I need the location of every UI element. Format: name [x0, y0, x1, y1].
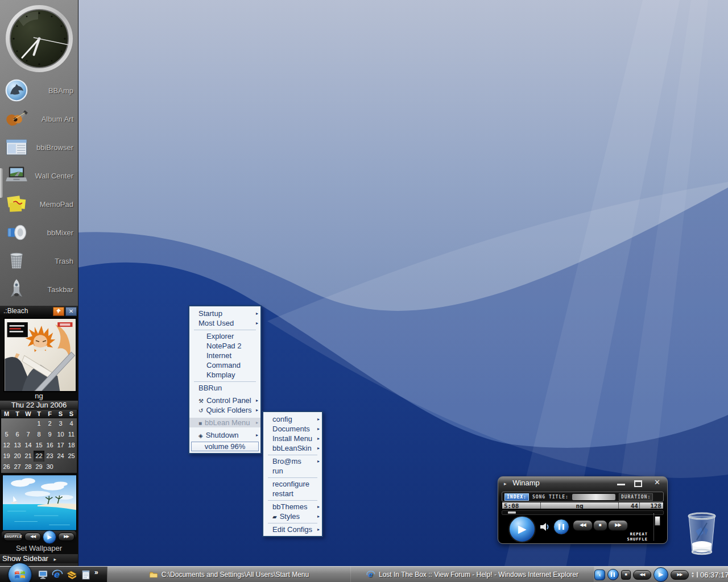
previous-button[interactable]: ◀◀ — [24, 533, 41, 541]
submenu-item-reconfigure[interactable]: reconfigure — [263, 479, 322, 489]
calendar-day[interactable]: 19 — [1, 451, 12, 462]
tray-back-chevron-button[interactable]: ‹ — [594, 569, 605, 580]
menu-item-startup[interactable]: Startup▸ — [189, 309, 260, 318]
submenu-item-config[interactable]: config▸ — [263, 414, 322, 424]
close-button[interactable]: ✕ — [654, 478, 660, 487]
calendar-day[interactable]: 10 — [55, 429, 66, 440]
pause-button[interactable] — [553, 519, 569, 535]
menu-item-internet[interactable]: Internet — [189, 351, 260, 360]
submenu-item-edit-configs[interactable]: Edit Configs▸ — [263, 525, 322, 534]
calendar-day[interactable]: 21 — [23, 451, 34, 462]
calendar-day[interactable]: 2 — [44, 418, 55, 429]
tray-previous-button[interactable]: ◀◀ — [633, 570, 651, 580]
calendar-day[interactable]: 8 — [34, 429, 44, 440]
submenu-item-bro-ms[interactable]: Bro@ms▸ — [263, 456, 322, 466]
calendar-day[interactable]: 26 — [1, 462, 12, 472]
submenu-item-bbleanskin[interactable]: bbLeanSkin▸ — [263, 443, 322, 453]
calendar-day[interactable]: 27 — [12, 462, 23, 472]
calendar-day[interactable]: 25 — [66, 451, 77, 462]
dock-item-trash[interactable]: Trash — [0, 247, 78, 275]
volume-handle[interactable] — [655, 516, 660, 526]
calendar-day[interactable]: 9 — [44, 429, 55, 440]
tray-play-button[interactable]: ▶ — [653, 567, 668, 582]
menu-item-bblean-menu[interactable]: ■bbLean Menu▸ — [189, 418, 260, 427]
menu-item-quick-folders[interactable]: ↺Quick Folders▸ — [189, 405, 260, 415]
calendar-day[interactable]: 18 — [66, 440, 77, 451]
calendar-day[interactable]: 20 — [12, 451, 23, 462]
taskbar-task-c-documents-and-s[interactable]: C:\Documents and Settings\All Users\Star… — [107, 567, 351, 582]
tray-restore-icon[interactable] — [697, 572, 698, 577]
shuffle-toggle[interactable]: SHUFFLE — [627, 537, 648, 542]
menu-item-kbmplay[interactable]: Kbmplay — [189, 370, 260, 380]
widget-titlebar[interactable]: .:Bleach ✕ — [0, 306, 78, 316]
submenu-item-bbthemes[interactable]: bbThemes▸ — [263, 502, 322, 512]
calendar-day[interactable]: 16 — [44, 440, 55, 451]
calendar-day[interactable]: 11 — [66, 429, 77, 440]
menu-item-control-panel[interactable]: ⚒Control Panel▸ — [189, 396, 260, 405]
menu-item-most-used[interactable]: Most Used▸ — [189, 318, 260, 328]
previous-button[interactable]: ◀◀ — [573, 520, 593, 531]
tray-next-button[interactable]: ▶▶ — [671, 570, 689, 580]
next-button[interactable]: ▶▶ — [608, 520, 628, 531]
tray-stop-button[interactable]: ■ — [621, 570, 631, 580]
stop-button[interactable]: ■ — [593, 520, 607, 531]
index-label[interactable]: INDEX: — [504, 493, 529, 501]
seek-bar[interactable] — [502, 510, 664, 515]
close-button[interactable]: ✕ — [65, 307, 77, 316]
menu-item-bbrun[interactable]: BBRun — [189, 383, 260, 393]
calendar-day[interactable]: 29 — [34, 462, 44, 472]
computer-icon[interactable] — [38, 569, 50, 580]
repeat-toggle[interactable]: REPEAT — [630, 532, 648, 537]
calendar-day[interactable]: 15 — [34, 440, 44, 451]
recycle-bin-icon[interactable] — [684, 510, 719, 556]
submenu-item-styles[interactable]: ▰Styles▸ — [263, 512, 322, 521]
calendar-day[interactable]: 6 — [12, 429, 23, 440]
taskbar-task-lost-in-the-box[interactable]: eLost In The Box :: View Forum - Help! -… — [351, 567, 594, 582]
set-wallpaper-button[interactable]: Set Wallpaper — [0, 544, 78, 553]
calendar-day[interactable]: 17 — [55, 440, 66, 451]
show-sidebar-button[interactable]: Show Sidebar ▸ — [0, 554, 78, 563]
submenu-item-restart[interactable]: restart — [263, 489, 322, 498]
calendar-day[interactable]: 1 — [34, 418, 44, 429]
menu-item-explorer[interactable]: Explorer — [189, 331, 260, 341]
minimize-button[interactable] — [617, 484, 625, 485]
shuffle-button[interactable]: SHUFFLE — [3, 533, 23, 541]
tray-scroll-arrows[interactable]: ▲▼ — [691, 571, 694, 578]
seek-handle[interactable] — [508, 512, 516, 514]
winamp-titlebar[interactable]: ▸ Winamp — [504, 479, 540, 487]
pin-button[interactable] — [53, 307, 64, 316]
dock-scrollbar[interactable] — [0, 168, 3, 198]
calendar-day[interactable]: 14 — [23, 440, 34, 451]
calendar-day[interactable]: 28 — [23, 462, 34, 472]
quick-launch-overflow-button[interactable]: » — [94, 568, 98, 576]
volume-slider[interactable] — [653, 513, 660, 541]
winamp-menu-icon[interactable]: ▸ — [504, 481, 507, 487]
calendar-day[interactable]: 22 — [34, 451, 44, 462]
calendar-day[interactable]: 4 — [66, 418, 77, 429]
maximize-button[interactable] — [634, 480, 642, 487]
ie-icon[interactable]: e — [52, 569, 64, 580]
calendar-day[interactable]: 3 — [55, 418, 66, 429]
calendar-day[interactable]: 12 — [1, 440, 12, 451]
dock-item-wall-center[interactable]: Wall Center — [0, 161, 78, 190]
date-label[interactable]: Thu 22 Jun 2006 — [0, 401, 78, 410]
menu-item-notepad-2[interactable]: NotePad 2 — [189, 341, 260, 351]
menu-item-command[interactable]: Command — [189, 360, 260, 370]
calendar-day[interactable]: 30 — [44, 462, 55, 472]
submenu-item-install-menu[interactable]: Install Menu▸ — [263, 434, 322, 443]
play-button[interactable]: ▶ — [508, 516, 536, 543]
dock-item-bbamp[interactable]: BBAmp — [0, 76, 78, 105]
tray-pause-button[interactable] — [607, 569, 619, 580]
calendar-day[interactable]: 7 — [23, 429, 34, 440]
submenu-item-documents[interactable]: Documents▸ — [263, 424, 322, 434]
dock-item-taskbar[interactable]: Taskbar — [0, 275, 78, 304]
calendar-day[interactable]: 13 — [12, 440, 23, 451]
menu-item-volume-96[interactable]: volume 96% — [191, 442, 259, 451]
notepad-icon[interactable] — [80, 569, 93, 580]
calendar-day[interactable]: 24 — [55, 451, 66, 462]
dock-item-bbmixer[interactable]: bbMixer — [0, 218, 78, 247]
submenu-item-run[interactable]: run — [263, 466, 322, 476]
dock-item-memopad[interactable]: MemoPad — [0, 190, 78, 218]
write-icon[interactable] — [66, 569, 78, 580]
play-button[interactable]: ▶ — [43, 530, 56, 544]
